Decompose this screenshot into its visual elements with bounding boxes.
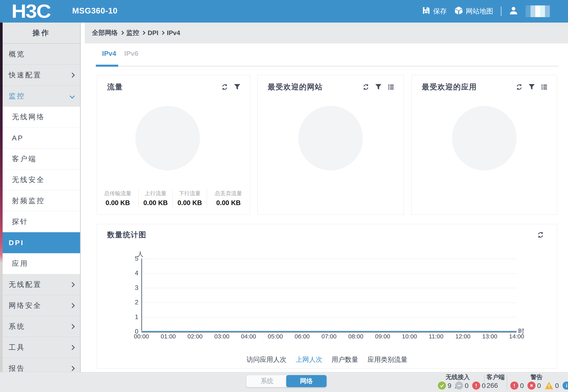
clients-label: 客户端 [487, 373, 505, 381]
alerts-status-row: 0 0 0 1 [510, 381, 568, 390]
refresh-icon[interactable] [221, 84, 228, 90]
x-tick: 14:00 [506, 333, 528, 340]
sidebar-header: 操作 [3, 23, 80, 44]
y-tick: 5 [118, 255, 138, 263]
stat-downstream: 下行流量 0.00 KB [172, 189, 207, 208]
tab-ipv4[interactable]: IPv4 [102, 50, 116, 57]
traffic-stats: 总传输流量 0.00 KB 上行流量 0.00 KB 下行流量 0.00 KB … [97, 189, 250, 208]
sidebar-item-clients[interactable]: 客户端 [3, 148, 80, 169]
chevron-right-icon [70, 282, 75, 287]
y-tick: 4 [118, 269, 138, 277]
ap-error-count: 0 [482, 382, 486, 390]
alerts-error-count: 0 [537, 382, 541, 390]
sidebar-item-label: 快速配置 [9, 70, 42, 80]
y-axis-line [141, 259, 142, 332]
sidebar-item-tools[interactable]: 工具 [3, 337, 80, 358]
filter-icon[interactable] [375, 84, 382, 90]
cube-icon [454, 6, 463, 16]
sidebar-item-rf-monitor[interactable]: 射频监控 [3, 190, 80, 211]
x-tick: 12:00 [452, 333, 474, 340]
breadcrumb-item-network[interactable]: 全部网络 [92, 28, 118, 37]
sidebar-item-probe[interactable]: 探针 [3, 211, 80, 232]
stat-total-traffic: 总传输流量 0.00 KB [97, 189, 138, 208]
breadcrumb-item-ipv4[interactable]: IPv4 [167, 29, 180, 37]
tab-ipv6[interactable]: IPv6 [124, 50, 138, 57]
sidebar-item-wireless-security[interactable]: 无线安全 [3, 169, 80, 190]
h3c-logo: H3C [12, 0, 50, 22]
x-tick: 13:00 [479, 333, 501, 340]
sitemap-button[interactable]: 网站地图 [454, 6, 493, 16]
breadcrumb-separator-icon [120, 31, 124, 35]
system-toggle-button[interactable]: 系统 [246, 375, 288, 387]
sidebar-item-network-security[interactable]: 网络安全 [3, 295, 80, 316]
top-apps-donut-placeholder [452, 106, 517, 170]
filter-icon[interactable] [234, 84, 241, 90]
top-bar: H3C MSG360-10 保存 网站地图 [0, 0, 568, 23]
top-sites-card: 最受欢迎的网站 [257, 75, 404, 215]
h3c-web-manager: H3C MSG360-10 保存 网站地图 [0, 0, 568, 392]
sidebar-item-label: 无线安全 [12, 175, 45, 184]
top-apps-card: 最受欢迎的应用 [411, 75, 557, 215]
top-sites-card-title: 最受欢迎的网站 [268, 82, 323, 92]
y-tick: 3 [118, 284, 138, 292]
chart-title: 数量统计图 [107, 230, 147, 240]
sidebar-item-label: 无线网络 [12, 112, 45, 122]
chevron-down-icon [70, 94, 75, 98]
sidebar-item-label: AP [12, 134, 24, 142]
save-icon [422, 6, 430, 16]
filter-icon[interactable] [528, 84, 535, 90]
chevron-right-icon [70, 345, 75, 350]
x-tick: 10:00 [398, 333, 420, 340]
top-bar-divider [501, 7, 501, 16]
refresh-icon[interactable] [362, 84, 369, 90]
blurred-username [526, 5, 550, 17]
status-footer: 系统 网络 无线接入点 9 0 0 客户端 266 警告 [0, 372, 568, 392]
alerts-critical-count: 0 [520, 382, 524, 390]
breadcrumb-item-monitor[interactable]: 监控 [126, 28, 139, 37]
sidebar-item-dpi[interactable]: DPI [3, 232, 80, 253]
sitemap-label: 网站地图 [466, 7, 493, 16]
refresh-icon[interactable] [516, 84, 523, 90]
save-button[interactable]: 保存 [422, 6, 447, 16]
stat-dropped: 总丢弃流量 0.00 KB [207, 189, 250, 208]
legend-user-count[interactable]: 用户数量 [332, 355, 358, 364]
background-image-sliver [0, 23, 3, 392]
save-label: 保存 [433, 7, 447, 16]
top-bar-actions: 保存 网站地图 [422, 0, 550, 23]
network-toggle-button[interactable]: 网络 [286, 375, 327, 387]
tab-underline-track [96, 66, 559, 67]
check-icon [438, 381, 446, 390]
list-icon[interactable] [388, 84, 394, 90]
line-chart-plot-area [141, 259, 517, 332]
sidebar-item-wireless-config[interactable]: 无线配置 [3, 274, 80, 295]
x-tick: 11:00 [425, 333, 447, 340]
sidebar-item-wireless-network[interactable]: 无线网络 [3, 107, 80, 127]
sidebar-item-label: 工具 [9, 343, 25, 352]
sidebar-item-label: 应用 [12, 259, 29, 268]
x-tick: 07:00 [318, 333, 340, 340]
list-icon[interactable] [541, 84, 548, 90]
sidebar-item-label: 客户端 [12, 154, 37, 164]
legend-online-users[interactable]: 上网人次 [296, 355, 322, 364]
x-tick: 02:00 [184, 333, 206, 340]
chart-legend: 访问应用人次 上网人次 用户数量 应用类别流量 [97, 355, 557, 364]
breadcrumb-item-dpi[interactable]: DPI [148, 29, 158, 37]
user-menu[interactable] [509, 6, 518, 16]
legend-app-category-traffic[interactable]: 应用类别流量 [368, 355, 407, 364]
sidebar-item-label: 监控 [9, 91, 25, 101]
sidebar-item-application[interactable]: 应用 [3, 253, 80, 274]
refresh-icon[interactable] [537, 231, 544, 239]
legend-app-visits[interactable]: 访问应用人次 [246, 355, 286, 364]
sidebar-item-ap[interactable]: AP [3, 127, 80, 148]
x-tick: 05:00 [264, 333, 286, 340]
exclamation-icon [510, 381, 518, 390]
sidebar-item-monitor[interactable]: 监控 [3, 86, 80, 107]
x-tick: 01:00 [157, 333, 179, 340]
breadcrumb: 全部网络 监控 DPI IPv4 [85, 23, 568, 43]
ap-status-row: 9 0 0 [438, 381, 489, 390]
sidebar-item-quick-config[interactable]: 快速配置 [3, 65, 80, 86]
sidebar-item-system[interactable]: 系统 [3, 316, 80, 337]
sidebar-item-overview[interactable]: 概览 [3, 44, 80, 65]
x-tick: 00:00 [130, 333, 152, 340]
x-tick: 09:00 [372, 333, 394, 340]
